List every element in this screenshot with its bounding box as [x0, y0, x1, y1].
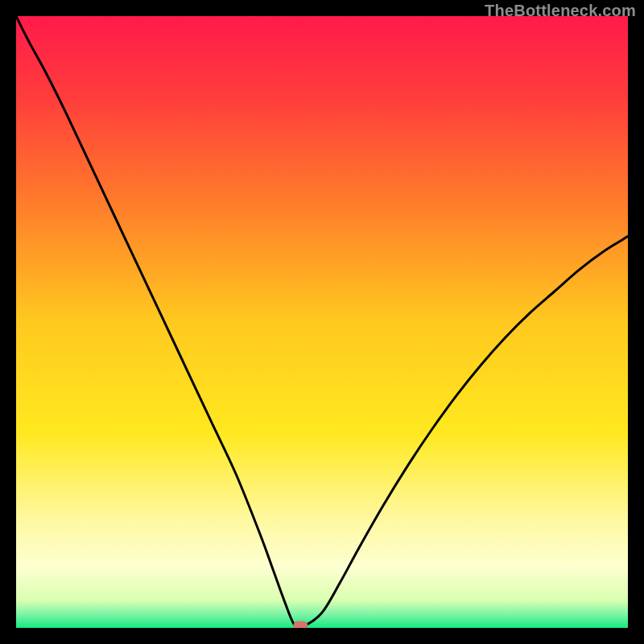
chart-background	[16, 16, 628, 628]
chart-frame: TheBottleneck.com	[0, 0, 644, 644]
bottleneck-chart	[16, 16, 628, 628]
optimum-marker	[293, 621, 308, 628]
